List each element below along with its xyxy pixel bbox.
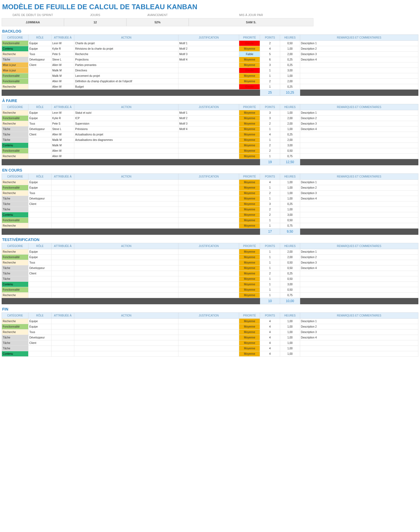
cell-category[interactable]: Recherche bbox=[2, 191, 28, 196]
cell-assignee[interactable]: Malik M bbox=[51, 137, 74, 143]
cell-category[interactable]: Tâche bbox=[2, 271, 28, 276]
cell-category[interactable]: Recherche bbox=[2, 260, 28, 265]
cell-role[interactable] bbox=[28, 351, 51, 357]
cell-priority[interactable]: Moyenne bbox=[239, 121, 260, 126]
table-row[interactable]: RechercheMoyenne10,75 bbox=[2, 293, 418, 298]
cell-assignee[interactable]: Kylie R bbox=[51, 116, 74, 121]
cell-role[interactable]: Client bbox=[28, 271, 51, 276]
cell-remarks[interactable]: Description 1 bbox=[300, 319, 418, 324]
cell-role[interactable] bbox=[28, 84, 51, 90]
table-row[interactable]: TâcheMoyenne21,00 bbox=[2, 207, 418, 212]
cell-points[interactable]: 1 bbox=[260, 154, 280, 159]
table-row[interactable]: Mise à jourClientAllen WParties prenante… bbox=[2, 62, 418, 68]
cell-justification[interactable] bbox=[178, 287, 239, 293]
cell-role[interactable] bbox=[28, 282, 51, 287]
progress[interactable]: 52% bbox=[126, 18, 189, 26]
cell-remarks[interactable]: Description 4 bbox=[300, 57, 418, 62]
cell-points[interactable]: 1 bbox=[260, 293, 280, 298]
cell-hours[interactable]: 0,50 bbox=[280, 276, 300, 282]
cell-priority[interactable]: Moyenne bbox=[239, 196, 260, 201]
table-row[interactable]: TâcheClientAllen WActualisations du proj… bbox=[2, 132, 418, 137]
cell-points[interactable]: 1 bbox=[260, 185, 280, 191]
cell-remarks[interactable]: Description 2 bbox=[300, 255, 418, 260]
cell-role[interactable]: Client bbox=[28, 132, 51, 137]
cell-category[interactable]: Recherche bbox=[2, 223, 28, 229]
table-row[interactable]: ContenuMoyenne23,00 bbox=[2, 212, 418, 218]
cell-points[interactable]: 4 bbox=[260, 346, 280, 351]
cell-remarks[interactable]: Description 3 bbox=[300, 191, 418, 196]
cell-remarks[interactable]: Description 1 bbox=[300, 41, 418, 46]
cell-category[interactable]: Tâche bbox=[2, 276, 28, 282]
cell-priority[interactable]: Moyenne bbox=[239, 319, 260, 324]
cell-justification[interactable]: Motif 2 bbox=[178, 116, 239, 121]
cell-justification[interactable] bbox=[178, 346, 239, 351]
cell-action[interactable] bbox=[74, 293, 178, 298]
cell-hours[interactable]: 1,00 bbox=[280, 126, 300, 132]
cell-role[interactable]: Tous bbox=[28, 260, 51, 265]
cell-assignee[interactable]: Malik M bbox=[51, 68, 74, 73]
cell-category[interactable]: Fonctionnalité bbox=[2, 41, 28, 46]
cell-action[interactable] bbox=[74, 340, 178, 346]
table-row[interactable]: RechercheTousMoyenne21,00Description 3 bbox=[2, 191, 418, 196]
cell-remarks[interactable] bbox=[300, 340, 418, 346]
cell-hours[interactable]: 1,00 bbox=[280, 335, 300, 340]
cell-hours[interactable]: 3,00 bbox=[280, 212, 300, 218]
cell-remarks[interactable] bbox=[300, 207, 418, 212]
cell-remarks[interactable]: Description 2 bbox=[300, 185, 418, 191]
cell-justification[interactable] bbox=[178, 255, 239, 260]
cell-category[interactable]: Contenu bbox=[2, 351, 28, 357]
cell-category[interactable]: Tâche bbox=[2, 196, 28, 201]
cell-action[interactable] bbox=[74, 265, 178, 271]
cell-category[interactable]: Fonctionnalité bbox=[2, 218, 28, 223]
cell-priority[interactable]: Moyenne bbox=[239, 46, 260, 52]
cell-points[interactable]: 6 bbox=[260, 57, 280, 62]
cell-hours[interactable]: 2,00 bbox=[280, 255, 300, 260]
cell-action[interactable] bbox=[74, 180, 178, 185]
cell-priority[interactable]: Moyenne bbox=[239, 148, 260, 154]
cell-points[interactable]: 2 bbox=[260, 121, 280, 126]
cell-role[interactable]: Équipe bbox=[28, 110, 51, 116]
cell-priority[interactable]: Moyenne bbox=[239, 351, 260, 357]
cell-remarks[interactable] bbox=[300, 73, 418, 79]
cell-category[interactable]: Recherche bbox=[2, 180, 28, 185]
table-row[interactable]: RechercheAllen WBudgetÉlevée10,25 bbox=[2, 84, 418, 90]
cell-justification[interactable] bbox=[178, 84, 239, 90]
cell-hours[interactable]: 0,25 bbox=[280, 62, 300, 68]
cell-hours[interactable]: 2,00 bbox=[280, 249, 300, 255]
cell-priority[interactable]: Moyenne bbox=[239, 255, 260, 260]
table-row[interactable]: FonctionnalitéAllen WDéfinition du champ… bbox=[2, 79, 418, 84]
cell-hours[interactable]: 3,00 bbox=[280, 68, 300, 73]
cell-hours[interactable]: 1,00 bbox=[280, 324, 300, 330]
days[interactable]: 12 bbox=[64, 18, 126, 26]
cell-action[interactable] bbox=[74, 218, 178, 223]
cell-justification[interactable] bbox=[178, 218, 239, 223]
cell-category[interactable]: Recherche bbox=[2, 293, 28, 298]
cell-assignee[interactable] bbox=[51, 351, 74, 357]
table-row[interactable]: FonctionnalitéAllen WMoyenne20,50 bbox=[2, 148, 418, 154]
cell-action[interactable]: Révisions de la charte du projet bbox=[74, 46, 178, 52]
cell-justification[interactable] bbox=[178, 185, 239, 191]
cell-points[interactable]: 1 bbox=[260, 249, 280, 255]
cell-hours[interactable]: 0,25 bbox=[280, 201, 300, 207]
cell-role[interactable]: Équipe bbox=[28, 180, 51, 185]
cell-remarks[interactable] bbox=[300, 282, 418, 287]
cell-points[interactable]: 3 bbox=[260, 110, 280, 116]
cell-hours[interactable]: 0,75 bbox=[280, 223, 300, 229]
cell-assignee[interactable]: Allen W bbox=[51, 132, 74, 137]
cell-hours[interactable]: 1,00 bbox=[280, 340, 300, 346]
cell-hours[interactable]: 0,50 bbox=[280, 287, 300, 293]
cell-assignee[interactable] bbox=[51, 185, 74, 191]
cell-category[interactable]: Recherche bbox=[2, 154, 28, 159]
cell-remarks[interactable]: Description 4 bbox=[300, 196, 418, 201]
cell-assignee[interactable] bbox=[51, 276, 74, 282]
cell-remarks[interactable]: Description 3 bbox=[300, 330, 418, 335]
cell-role[interactable]: Développeur bbox=[28, 57, 51, 62]
table-row[interactable]: TâcheMoyenne41,00 bbox=[2, 346, 418, 351]
cell-remarks[interactable]: Description 4 bbox=[300, 265, 418, 271]
cell-role[interactable]: Équipe bbox=[28, 46, 51, 52]
cell-role[interactable] bbox=[28, 212, 51, 218]
cell-justification[interactable]: Motif 4 bbox=[178, 57, 239, 62]
cell-priority[interactable]: Moyenne bbox=[239, 191, 260, 196]
cell-hours[interactable]: 0,50 bbox=[280, 41, 300, 46]
cell-action[interactable]: Recherche bbox=[74, 52, 178, 57]
